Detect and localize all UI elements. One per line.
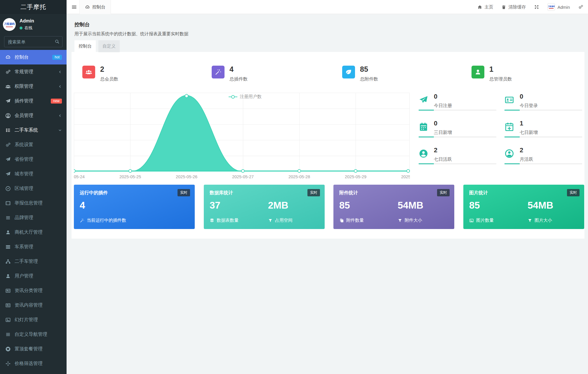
stat-total-admins: 1总管理员数 bbox=[472, 66, 512, 82]
sidebar-item-report[interactable]: 举报信息管理 bbox=[0, 196, 67, 210]
sidebar-item-news-category[interactable]: 资讯分类管理 bbox=[0, 283, 67, 298]
bars-icon bbox=[5, 215, 11, 221]
list-alt-icon bbox=[5, 244, 11, 250]
topbar: 控制台 主页 清除缓存 刀客源码Admin bbox=[67, 0, 588, 14]
user-circle-icon bbox=[505, 149, 514, 158]
user-circle-icon bbox=[5, 113, 11, 118]
card-image-stats: 图片统计 实时 85 54MB 图片数量 图片大小 bbox=[463, 185, 584, 229]
sidebar-item-news-content[interactable]: 资讯内容管理 bbox=[0, 298, 67, 312]
underline bbox=[419, 137, 496, 137]
tab-dashboard[interactable]: 控制台 bbox=[74, 40, 96, 52]
avatar: 刀客源码 bbox=[547, 3, 555, 11]
sidebar-item-usedcar[interactable]: 二手车管理 bbox=[0, 254, 67, 269]
film-icon bbox=[5, 200, 11, 206]
stat-total-attachments: 85总附件数 bbox=[342, 66, 378, 82]
sidebar-item-addon[interactable]: 插件管理new bbox=[0, 94, 67, 108]
sidebar-item-region[interactable]: 区域管理 bbox=[0, 181, 67, 196]
sidebar-item-brand-mgmt[interactable]: 品牌管理 bbox=[0, 210, 67, 225]
id-card-icon bbox=[505, 95, 514, 105]
chevron-down-icon bbox=[58, 128, 62, 132]
chevron-left-icon bbox=[58, 114, 62, 118]
stat-value: 4 bbox=[229, 66, 248, 73]
sidebar: 二手摩托 刀客源码 Admin 在线 控制台hot 常规管理 权限管理 插件管理… bbox=[0, 0, 67, 374]
move-icon bbox=[5, 361, 11, 366]
sidebar-item-auth[interactable]: 权限管理 bbox=[0, 79, 67, 94]
search-icon bbox=[55, 39, 60, 44]
hot-badge: hot bbox=[52, 55, 62, 60]
sidebar-menu: 控制台hot 常规管理 权限管理 插件管理new 会员管理 二手车系统 系统设置… bbox=[0, 50, 67, 371]
sidebar-item-usedcar-system[interactable]: 二手车系统 bbox=[0, 123, 67, 137]
sidebar-item-custom-nav[interactable]: 自定义导航管理 bbox=[0, 327, 67, 342]
realtime-badge: 实时 bbox=[307, 189, 320, 196]
menu-search bbox=[4, 36, 62, 47]
sitemap-icon bbox=[5, 259, 11, 264]
x-tick: 2025-05-24 bbox=[74, 174, 85, 179]
hamburger-icon[interactable] bbox=[71, 4, 77, 10]
sidebar-item-dashboard[interactable]: 控制台hot bbox=[0, 50, 67, 64]
fullscreen-button[interactable] bbox=[534, 4, 539, 10]
mini-stat-today-register: 0今日注册 bbox=[419, 93, 496, 120]
image-icon bbox=[5, 317, 11, 323]
page-header: 控制台 用于展示当前系统中的统计数据、统计报表及重要实时数据 bbox=[74, 21, 188, 37]
mini-stat-7day-active: 2七日活跃 bbox=[419, 146, 496, 173]
page-title: 控制台 bbox=[74, 21, 188, 28]
user-menu[interactable]: 刀客源码Admin bbox=[547, 3, 570, 11]
stat-total-addons: 4总插件数 bbox=[212, 66, 248, 82]
underline bbox=[419, 110, 496, 111]
online-dot bbox=[20, 27, 22, 29]
stat-value: 1 bbox=[489, 66, 512, 73]
gauge-icon bbox=[85, 5, 90, 10]
x-tick: 2025-05-26 bbox=[176, 174, 197, 179]
topbar-tab-dashboard[interactable]: 控制台 bbox=[79, 0, 111, 14]
card-attachment-stats: 附件统计 实时 85 54MB 附件数量 附件大小 bbox=[333, 185, 454, 229]
rocket-icon bbox=[419, 95, 428, 105]
realtime-badge: 实时 bbox=[567, 189, 580, 196]
card-database-stats: 数据库统计 实时 37 2MB 数据表数量 占用空间 bbox=[204, 185, 325, 229]
filter-icon bbox=[268, 218, 273, 223]
underline bbox=[505, 110, 582, 111]
gauge-icon bbox=[5, 55, 11, 60]
avatar: 刀客源码 bbox=[3, 18, 16, 31]
stat-label: 总插件数 bbox=[229, 76, 248, 82]
clear-cache-link[interactable]: 清除缓存 bbox=[501, 4, 526, 10]
chart-legend[interactable]: 注册用户数 bbox=[229, 94, 262, 99]
sidebar-item-province[interactable]: 省份管理 bbox=[0, 152, 67, 167]
user-status: 在线 bbox=[20, 25, 34, 31]
legend-marker-icon bbox=[229, 95, 237, 99]
card-running-addons: 运行中的插件 实时 4 当前运行中的插件数 bbox=[74, 185, 195, 229]
paper-plane-icon bbox=[5, 98, 11, 104]
x-tick: 2025-05-30 bbox=[401, 174, 410, 179]
bars-icon bbox=[5, 332, 11, 337]
stat-value: 2 bbox=[100, 66, 118, 73]
underline bbox=[505, 163, 582, 164]
sidebar-item-top-package[interactable]: 置顶套餐管理 bbox=[0, 342, 67, 356]
paper-plane-icon bbox=[5, 157, 11, 162]
search-input[interactable] bbox=[4, 36, 62, 47]
newspaper-icon bbox=[5, 288, 11, 293]
page-subtitle: 用于展示当前系统中的统计数据、统计报表及重要实时数据 bbox=[74, 31, 188, 37]
user-circle-solid-icon bbox=[419, 149, 428, 158]
copy-icon bbox=[339, 218, 344, 223]
tab-custom[interactable]: 自定义 bbox=[98, 40, 120, 52]
sidebar-item-slides[interactable]: 幻灯片管理 bbox=[0, 312, 67, 327]
mini-stat-today-login: 0今日登录 bbox=[505, 93, 582, 120]
image-icon bbox=[469, 218, 474, 223]
sidebar-item-user-mgmt[interactable]: 用户管理 bbox=[0, 269, 67, 283]
gears-icon bbox=[5, 142, 11, 148]
x-tick: 2025-05-27 bbox=[232, 174, 254, 179]
sidebar-item-city[interactable]: 城市管理 bbox=[0, 167, 67, 181]
sidebar-item-member[interactable]: 会员管理 bbox=[0, 108, 67, 123]
home-link[interactable]: 主页 bbox=[477, 4, 493, 10]
sidebar-item-series[interactable]: 车系管理 bbox=[0, 240, 67, 254]
sidebar-item-general[interactable]: 常规管理 bbox=[0, 64, 67, 79]
settings-button[interactable] bbox=[578, 4, 583, 10]
sidebar-item-business-hall[interactable]: 商机大厅管理 bbox=[0, 225, 67, 240]
chevron-left-icon bbox=[58, 85, 62, 88]
user-icon bbox=[472, 66, 484, 78]
content-tabs: 控制台 自定义 bbox=[74, 40, 120, 52]
sidebar-item-system-settings[interactable]: 系统设置 bbox=[0, 137, 67, 152]
x-tick: 2025-05-28 bbox=[288, 174, 310, 179]
paper-plane-icon bbox=[5, 171, 11, 177]
calendar-icon bbox=[419, 122, 428, 132]
sidebar-item-price-filter[interactable]: 价格筛选管理 bbox=[0, 356, 67, 371]
